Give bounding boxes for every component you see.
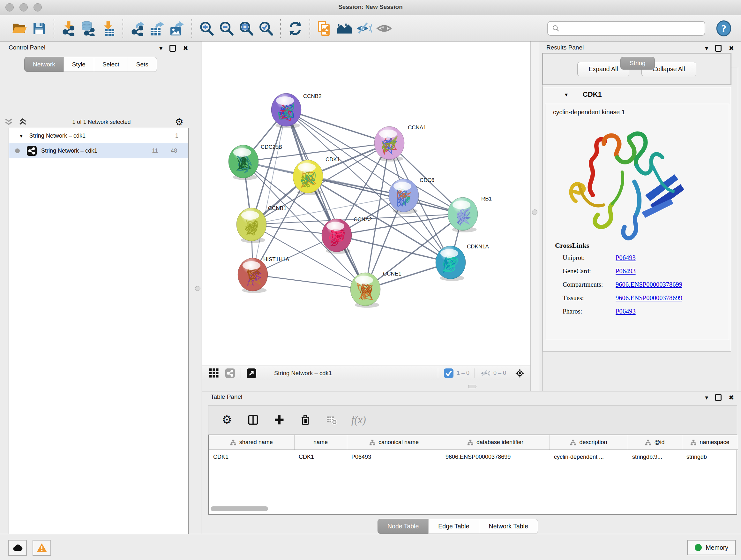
network-node-ccna1[interactable] [374, 126, 404, 162]
network-row[interactable]: String Network – cdk1 11 48 [9, 143, 188, 159]
export-network-button[interactable] [128, 18, 147, 38]
collection-expand-icon[interactable]: ▼ [19, 133, 23, 138]
crosslink-link[interactable]: P06493 [616, 308, 636, 315]
column-header-namespace[interactable]: namespace [682, 435, 738, 450]
network-edge[interactable] [286, 110, 389, 143]
tab-style[interactable]: Style [64, 57, 94, 72]
zoom-fit-button[interactable] [236, 18, 256, 38]
panel-float-icon[interactable] [715, 45, 722, 52]
panel-menu-icon[interactable]: ▾ [705, 45, 708, 51]
memory-button[interactable]: Memory [687, 540, 736, 555]
tab-string[interactable]: String [620, 57, 655, 70]
network-node-rb1[interactable] [448, 197, 478, 233]
horizontal-splitter-grip[interactable] [468, 385, 476, 388]
collapse-all-icon[interactable] [17, 118, 28, 126]
import-network-database-button[interactable] [78, 18, 98, 38]
search-input[interactable] [562, 24, 701, 32]
tab-select[interactable]: Select [94, 57, 128, 72]
network-edge[interactable] [337, 235, 451, 262]
panel-close-icon[interactable]: ✖ [729, 394, 734, 401]
table-settings-gear-icon[interactable]: ⚙ [220, 414, 233, 426]
panel-menu-icon[interactable]: ▾ [159, 45, 162, 51]
table-cell[interactable]: cyclin-dependent ... [549, 450, 628, 464]
save-session-button[interactable] [29, 18, 49, 38]
network-options-gear-icon[interactable]: ⚙ [175, 117, 184, 127]
node-table[interactable]: shared namenamecanonical namedatabase id… [208, 435, 737, 515]
help-button[interactable]: ? [716, 20, 732, 37]
panel-close-icon[interactable]: ✖ [729, 45, 734, 51]
detach-view-icon[interactable] [246, 368, 257, 379]
column-header-canonical-name[interactable]: canonical name [347, 435, 441, 450]
table-cell[interactable]: CDK1 [209, 450, 294, 464]
tab-edge-table[interactable]: Edge Table [428, 519, 479, 534]
protein-structure-image [558, 123, 692, 257]
show-structures-button[interactable] [374, 18, 394, 38]
left-splitter-grip[interactable] [195, 286, 200, 291]
open-session-button[interactable] [10, 18, 29, 38]
network-graph[interactable]: CCNB2CCNA1CDC25BCDK1CDC6RB1CCNB1CCNA2CDK… [202, 42, 530, 366]
panel-float-icon[interactable] [715, 394, 722, 401]
import-table-button[interactable] [98, 18, 118, 38]
warnings-button[interactable] [32, 540, 51, 556]
column-header-@id[interactable]: @id [628, 435, 682, 450]
right-splitter-grip[interactable] [532, 209, 537, 215]
table-cell[interactable]: CDK1 [294, 450, 347, 464]
zoom-out-button[interactable] [216, 18, 236, 38]
network-canvas[interactable]: CCNB2CCNA1CDC25BCDK1CDC6RB1CCNB1CCNA2CDK… [202, 42, 530, 366]
table-cell[interactable]: stringdb:9... [628, 450, 682, 464]
panel-close-icon[interactable]: ✖ [183, 45, 188, 51]
zoom-in-button[interactable] [197, 18, 216, 38]
network-node-hist1h1a[interactable] [238, 258, 268, 293]
duplicate-network-button[interactable] [315, 18, 334, 38]
show-columns-icon[interactable] [247, 414, 259, 426]
table-cell[interactable]: stringdb [682, 450, 738, 464]
network-node-cdc25b[interactable] [228, 145, 259, 180]
crosslink-link[interactable]: 9606.ENSP00000378699 [616, 294, 682, 302]
birdseye-icon[interactable] [515, 368, 525, 379]
selected-checkbox-icon[interactable] [443, 368, 454, 379]
panel-float-icon[interactable] [170, 45, 176, 52]
column-header-description[interactable]: description [549, 435, 628, 450]
panel-menu-icon[interactable]: ▾ [705, 394, 708, 401]
gene-expand-icon[interactable]: ▼ [564, 92, 569, 98]
export-table-button[interactable] [147, 18, 167, 38]
expand-all-icon[interactable] [3, 118, 14, 126]
network-node-cdkn1a[interactable] [435, 246, 466, 281]
tab-network[interactable]: Network [24, 57, 64, 72]
tab-sets[interactable]: Sets [128, 57, 157, 72]
hidden-eye-slash-icon[interactable] [480, 368, 491, 379]
tab-network-table[interactable]: Network Table [479, 519, 538, 534]
export-image-button[interactable] [167, 18, 187, 38]
share-view-icon[interactable] [225, 368, 235, 379]
import-network-button[interactable] [59, 18, 78, 38]
grid-mode-icon[interactable] [209, 368, 219, 379]
add-column-icon[interactable] [273, 414, 286, 426]
crosslink-link[interactable]: 9606.ENSP00000378699 [616, 281, 682, 288]
network-node-ccnb1[interactable] [237, 208, 266, 243]
network-edge[interactable] [253, 110, 286, 274]
table-row[interactable]: CDK1CDK1P064939606.ENSP00000378699cyclin… [209, 450, 738, 464]
main-toolbar: ? [0, 15, 741, 42]
crosslink-link[interactable]: P06493 [616, 267, 636, 275]
network-edge[interactable] [286, 110, 365, 289]
glass-effect-button[interactable] [354, 18, 374, 38]
refresh-view-button[interactable] [285, 18, 305, 38]
string-query-button[interactable] [334, 18, 354, 38]
column-header-database-identifier[interactable]: database identifier [441, 435, 549, 450]
gene-section-header[interactable]: ▼ CDK1 [543, 87, 731, 102]
right-splitter[interactable] [530, 42, 539, 391]
table-cell[interactable]: 9606.ENSP00000378699 [441, 450, 549, 464]
network-collection-row[interactable]: ▼ String Network – cdk1 1 [9, 128, 188, 143]
automation-button[interactable] [8, 540, 27, 556]
network-node-ccne1[interactable] [350, 273, 381, 308]
delete-column-icon[interactable] [299, 414, 312, 426]
table-cell[interactable]: P06493 [347, 450, 441, 464]
search-box[interactable] [547, 21, 705, 36]
column-header-name[interactable]: name [294, 435, 347, 450]
network-edge[interactable] [253, 274, 365, 289]
zoom-selected-button[interactable] [256, 18, 276, 38]
crosslink-link[interactable]: P06493 [616, 254, 636, 261]
tab-node-table[interactable]: Node Table [378, 519, 428, 534]
column-header-shared-name[interactable]: shared name [209, 435, 294, 450]
table-horizontal-scrollbar[interactable] [211, 506, 268, 511]
